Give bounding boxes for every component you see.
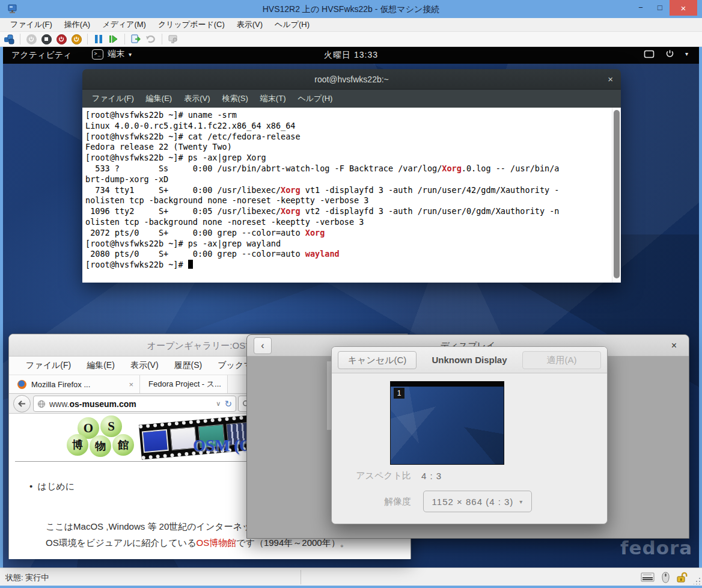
terminal-line: [root@hvsfwks22b ~]# ps -ax|grep Xorg: [85, 153, 610, 164]
maximize-button[interactable]: □: [650, 0, 670, 15]
menu-media[interactable]: メディア(M): [97, 17, 151, 32]
tab-fedora-project[interactable]: Fedora Project - ス...: [140, 375, 228, 393]
terminal-window: root@hvsfwks22b:~ × ファイル(F) 編集(E) 表示(V) …: [82, 69, 621, 283]
keyboard-capture-icon: [641, 572, 655, 583]
display-status-icon[interactable]: [644, 50, 655, 58]
terminal-line: brt-dump-xorg -xD: [85, 174, 610, 185]
terminal-menu-edit[interactable]: 編集(E): [141, 91, 177, 106]
page-heading: • はじめに: [29, 481, 75, 492]
clock[interactable]: 火曜日 13:33: [3, 50, 699, 61]
toolbar-separator: [20, 34, 20, 44]
terminal-line: Fedora release 22 (Twenty Two): [85, 142, 610, 153]
terminal-titlebar[interactable]: root@hvsfwks22b:~ ×: [82, 69, 621, 90]
start-button: [26, 34, 37, 44]
terminal-line: [root@hvsfwks22b ~]# uname -srm: [85, 110, 610, 121]
menu-help[interactable]: ヘルプ(H): [269, 17, 315, 32]
logo-ball: S: [100, 415, 122, 437]
unlock-icon: [676, 572, 688, 583]
minimize-button[interactable]: −: [631, 0, 650, 15]
terminal-line: Linux 4.0.0-0.rc5.git4.1.fc22.x86_64 x86…: [85, 121, 610, 132]
menu-clipboard[interactable]: クリップボード(C): [153, 17, 230, 32]
checkpoint-button[interactable]: [130, 34, 141, 44]
globe-icon: [37, 400, 46, 408]
terminal-line: olisten tcp -background none -noreset -k…: [85, 217, 610, 228]
firefox-menu-file[interactable]: ファイル(F): [20, 358, 77, 373]
logo-ball: 物: [90, 435, 111, 457]
tab-label: Mozilla Firefox ...: [31, 380, 124, 389]
statusbar-divider: [301, 570, 301, 584]
unknown-display-dialog: キャンセル(C) Unknown Display 適用(A) 1 アスペクト比 …: [331, 346, 608, 524]
tab-mozilla-firefox[interactable]: Mozilla Firefox ... ×: [9, 375, 140, 393]
terminal-line: [root@hvsfwks22b ~]# cat /etc/fedora-rel…: [85, 132, 610, 142]
monitor-preview[interactable]: 1: [390, 381, 504, 465]
vm-status-text: 状態: 実行中: [5, 572, 49, 583]
power-status-icon[interactable]: [665, 49, 674, 58]
menu-action[interactable]: 操作(A): [59, 17, 96, 32]
resolution-row: 解像度 1152 × 864 (4 : 3) ▾: [332, 491, 607, 512]
toolbar-separator: [87, 34, 88, 44]
save-button[interactable]: [71, 34, 82, 44]
resolution-dropdown[interactable]: 1152 × 864 (4 : 3) ▾: [423, 491, 532, 512]
resolution-value: 1152 × 864 (4 : 3): [432, 497, 514, 507]
logo-ball: 博: [67, 434, 88, 456]
terminal-text: [root@hvsfwks22b ~]# uname -srmLinux 4.0…: [85, 110, 610, 271]
close-button[interactable]: ×: [670, 0, 697, 16]
pause-button[interactable]: [93, 34, 104, 44]
shut-down-button[interactable]: [56, 34, 67, 44]
terminal-title: root@hvsfwks22b:~: [82, 69, 621, 90]
terminal-line: nolisten tcp -background none -noreset -…: [85, 195, 610, 206]
url-text[interactable]: www.os-museum.com: [49, 399, 212, 409]
chevron-down-icon[interactable]: ▾: [685, 51, 688, 57]
terminal-menu-help[interactable]: ヘルプ(H): [293, 91, 337, 106]
apply-button[interactable]: 適用(A): [522, 351, 601, 369]
firefox-menu-history[interactable]: 履歴(S): [168, 358, 209, 373]
terminal-line: 1096 tty2 S+ 0:05 /usr/libexec/Xorg vt2 …: [85, 206, 610, 217]
firefox-menu-edit[interactable]: 編集(E): [81, 358, 121, 373]
terminal-scrollbar[interactable]: [612, 108, 621, 283]
resize-grip[interactable]: [694, 577, 701, 584]
terminal-output[interactable]: [root@hvsfwks22b ~]# uname -srmLinux 4.0…: [82, 108, 621, 283]
toolbar-separator: [162, 34, 162, 44]
dropdown-arrow-icon: ▾: [519, 498, 523, 505]
os-museum-red-text: OS博物館: [197, 537, 237, 548]
fedora-watermark: fedora: [620, 537, 692, 559]
back-button[interactable]: [13, 395, 31, 412]
hyperv-vm-connection-window: HVS12R2 上の HVSFwks22b - 仮想マシン接続 − □ × ファ…: [0, 0, 702, 588]
gnome-top-bar: アクティビティ >_ 端末 ▾ 火曜日 13:33 ▾: [3, 47, 699, 64]
close-icon[interactable]: ×: [608, 69, 613, 90]
window-title: HVS12R2 上の HVSFwks22b - 仮想マシン接続: [0, 0, 702, 18]
close-icon[interactable]: ×: [671, 335, 677, 357]
resolution-label: 解像度: [332, 496, 411, 507]
window-titlebar: HVS12R2 上の HVSFwks22b - 仮想マシン接続 − □ ×: [0, 0, 702, 18]
terminal-line: 533 ? Ss 0:00 /usr/bin/abrt-watch-log -F…: [85, 164, 610, 174]
menu-view[interactable]: 表示(V): [231, 17, 268, 32]
logo-ball: 館: [112, 434, 134, 456]
terminal-menu-terminal[interactable]: 端末(T): [255, 91, 291, 106]
dialog-header: キャンセル(C) Unknown Display 適用(A): [332, 347, 607, 373]
firefox-menu-view[interactable]: 表示(V): [124, 358, 165, 373]
scrollbar-thumb[interactable]: [614, 110, 620, 278]
menu-file[interactable]: ファイル(F): [5, 17, 58, 32]
tab-close-icon[interactable]: ×: [129, 380, 133, 389]
terminal-menu-search[interactable]: 検索(S): [218, 91, 253, 106]
terminal-menu-file[interactable]: ファイル(F): [87, 91, 139, 106]
url-bar[interactable]: www.os-museum.com ∨ ↻: [33, 396, 236, 412]
vm-toolbar: [0, 32, 702, 47]
terminal-line: 2072 pts/0 S+ 0:00 grep --color=auto Xor…: [85, 228, 610, 239]
terminal-line: [root@hvsfwks22b ~]# ps -ax|grep wayland: [85, 239, 610, 250]
toolbar-separator: [124, 34, 125, 44]
firefox-favicon-icon: [17, 380, 26, 389]
terminal-menubar: ファイル(F) 編集(E) 表示(V) 検索(S) 端末(T) ヘルプ(H): [82, 90, 621, 108]
enhanced-session-icon: [168, 34, 179, 44]
reload-icon[interactable]: ↻: [224, 399, 232, 408]
turn-off-button[interactable]: [41, 34, 52, 44]
url-dropdown-icon[interactable]: ∨: [216, 400, 221, 408]
revert-button: [145, 34, 156, 44]
tab-label: Fedora Project - ス...: [148, 379, 221, 390]
terminal-cursor: [188, 260, 193, 269]
ctrl-alt-del-icon[interactable]: [4, 34, 14, 44]
monitor-number-badge: 1: [394, 388, 404, 399]
resume-button[interactable]: [108, 34, 119, 44]
terminal-menu-view[interactable]: 表示(V): [179, 91, 215, 106]
vm-statusbar: 状態: 実行中: [0, 568, 702, 586]
